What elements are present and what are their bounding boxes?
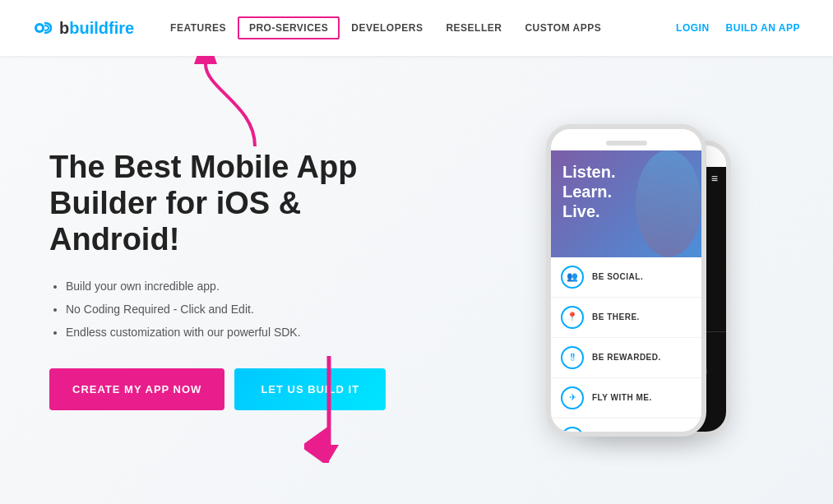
reward-label: BE REWARDED. [592,353,661,362]
list-item: 📍 BE THERE. [551,298,701,338]
hero-content: The Best Mobile App Builder for iOS & An… [49,150,444,409]
location-label: BE THERE. [592,312,640,321]
main-nav: FEATURES PRO-SERVICES DEVELOPERS RESELLE… [159,16,613,39]
login-link[interactable]: LOGIN [676,22,710,34]
nav-custom-apps[interactable]: CUSTOM APPS [513,17,613,39]
social-label: BE SOCIAL. [592,272,643,281]
listen-icon: 🎧 [561,427,584,435]
nav-features[interactable]: FEATURES [159,17,238,39]
hero-title: The Best Mobile App Builder for iOS & An… [49,150,428,257]
phone-showcase: Listen.Learn.Live. 👥 BE SOCIAL. 📍 BE THE… [444,56,784,504]
social-icon: 👥 [561,266,584,289]
phone-wrapper: Listen.Learn.Live. 👥 BE SOCIAL. 📍 BE THE… [546,124,682,437]
fly-icon: ✈ [561,386,584,409]
phone-front-device: Listen.Learn.Live. 👥 BE SOCIAL. 📍 BE THE… [546,124,706,437]
create-app-button[interactable]: CREATE MY APP NOW [49,368,224,410]
build-an-app-link[interactable]: BUILD AN APP [726,22,800,34]
location-icon: 📍 [561,306,584,329]
list-item: 👥 BE SOCIAL. [551,257,701,298]
arrow-up [173,56,304,155]
bullet-1: Build your own incredible app. [66,275,428,298]
app-hero-text: Listen.Learn.Live. [562,162,690,221]
logo-text: bbuildfire [59,19,134,38]
phone-notch [551,129,701,150]
fly-label: FLY WITH ME. [592,393,652,402]
cta-buttons: CREATE MY APP NOW LET US BUILD IT [49,368,428,410]
reward-icon: 🎖 [561,346,584,369]
header: bbuildfire FEATURES PRO-SERVICES DEVELOP… [0,0,833,56]
svg-point-1 [37,25,42,30]
app-screen-front: Listen.Learn.Live. 👥 BE SOCIAL. 📍 BE THE… [551,150,701,435]
app-hero-banner: Listen.Learn.Live. [551,150,701,257]
let-us-build-button[interactable]: LET US BUILD IT [234,368,386,410]
logo[interactable]: bbuildfire [33,16,134,39]
nav-developers[interactable]: DEVELOPERS [340,17,434,39]
list-item: 🎖 BE REWARDED. [551,338,701,378]
bullet-2: No Coding Required - Click and Edit. [66,298,428,321]
hero-bullets: Build your own incredible app. No Coding… [49,275,428,344]
nav-reseller[interactable]: RESELLER [434,17,513,39]
bullet-3: Endless customization with our powerful … [66,321,428,344]
listen-label: LISTEN. LEARN. [592,433,662,435]
svg-marker-4 [319,445,339,461]
main-content: The Best Mobile App Builder for iOS & An… [0,56,833,504]
list-item: ✈ FLY WITH ME. [551,378,701,418]
hamburger-icon: ≡ [711,172,718,185]
list-item: 🎧 LISTEN. LEARN. [551,418,701,435]
nav-pro-services[interactable]: PRO-SERVICES [238,16,340,39]
phone-front: Listen.Learn.Live. 👥 BE SOCIAL. 📍 BE THE… [546,124,706,437]
nav-right: LOGIN BUILD AN APP [676,22,800,34]
